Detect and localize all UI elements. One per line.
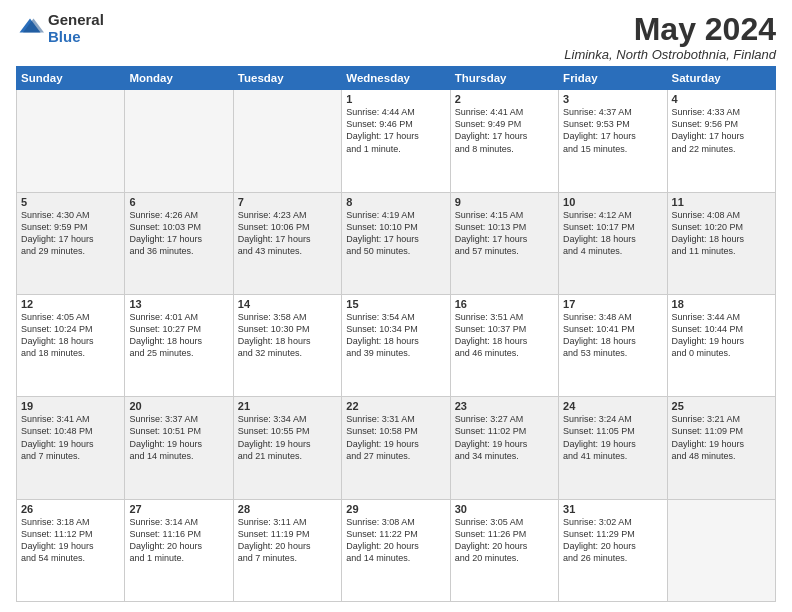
calendar-cell: 4Sunrise: 4:33 AMSunset: 9:56 PMDaylight… xyxy=(667,90,775,192)
day-number: 26 xyxy=(21,503,120,515)
calendar-cell: 15Sunrise: 3:54 AMSunset: 10:34 PMDaylig… xyxy=(342,294,450,396)
title-section: May 2024 Liminka, North Ostrobothnia, Fi… xyxy=(564,12,776,62)
day-number: 2 xyxy=(455,93,554,105)
calendar-cell: 18Sunrise: 3:44 AMSunset: 10:44 PMDaylig… xyxy=(667,294,775,396)
day-number: 27 xyxy=(129,503,228,515)
calendar-cell: 8Sunrise: 4:19 AMSunset: 10:10 PMDayligh… xyxy=(342,192,450,294)
calendar-cell: 30Sunrise: 3:05 AMSunset: 11:26 PMDaylig… xyxy=(450,499,558,601)
day-number: 14 xyxy=(238,298,337,310)
calendar-cell: 3Sunrise: 4:37 AMSunset: 9:53 PMDaylight… xyxy=(559,90,667,192)
week-row-4: 19Sunrise: 3:41 AMSunset: 10:48 PMDaylig… xyxy=(17,397,776,499)
day-number: 19 xyxy=(21,400,120,412)
day-number: 31 xyxy=(563,503,662,515)
calendar-table: Sunday Monday Tuesday Wednesday Thursday… xyxy=(16,66,776,602)
calendar-cell: 25Sunrise: 3:21 AMSunset: 11:09 PMDaylig… xyxy=(667,397,775,499)
calendar-cell: 16Sunrise: 3:51 AMSunset: 10:37 PMDaylig… xyxy=(450,294,558,396)
calendar-header-row: Sunday Monday Tuesday Wednesday Thursday… xyxy=(17,67,776,90)
day-info: Sunrise: 4:12 AMSunset: 10:17 PMDaylight… xyxy=(563,209,662,258)
location-subtitle: Liminka, North Ostrobothnia, Finland xyxy=(564,47,776,62)
day-number: 22 xyxy=(346,400,445,412)
week-row-1: 1Sunrise: 4:44 AMSunset: 9:46 PMDaylight… xyxy=(17,90,776,192)
day-info: Sunrise: 3:11 AMSunset: 11:19 PMDaylight… xyxy=(238,516,337,565)
header-friday: Friday xyxy=(559,67,667,90)
day-info: Sunrise: 3:48 AMSunset: 10:41 PMDaylight… xyxy=(563,311,662,360)
day-info: Sunrise: 4:44 AMSunset: 9:46 PMDaylight:… xyxy=(346,106,445,155)
calendar-cell xyxy=(667,499,775,601)
calendar-cell: 26Sunrise: 3:18 AMSunset: 11:12 PMDaylig… xyxy=(17,499,125,601)
day-number: 23 xyxy=(455,400,554,412)
day-info: Sunrise: 3:51 AMSunset: 10:37 PMDaylight… xyxy=(455,311,554,360)
day-info: Sunrise: 4:23 AMSunset: 10:06 PMDaylight… xyxy=(238,209,337,258)
calendar-cell: 23Sunrise: 3:27 AMSunset: 11:02 PMDaylig… xyxy=(450,397,558,499)
page: General Blue May 2024 Liminka, North Ost… xyxy=(0,0,792,612)
calendar-cell xyxy=(125,90,233,192)
day-info: Sunrise: 3:18 AMSunset: 11:12 PMDaylight… xyxy=(21,516,120,565)
day-info: Sunrise: 3:05 AMSunset: 11:26 PMDaylight… xyxy=(455,516,554,565)
day-number: 11 xyxy=(672,196,771,208)
calendar-cell: 11Sunrise: 4:08 AMSunset: 10:20 PMDaylig… xyxy=(667,192,775,294)
calendar-cell: 14Sunrise: 3:58 AMSunset: 10:30 PMDaylig… xyxy=(233,294,341,396)
calendar-cell: 9Sunrise: 4:15 AMSunset: 10:13 PMDayligh… xyxy=(450,192,558,294)
day-info: Sunrise: 3:02 AMSunset: 11:29 PMDaylight… xyxy=(563,516,662,565)
day-number: 16 xyxy=(455,298,554,310)
header-thursday: Thursday xyxy=(450,67,558,90)
day-info: Sunrise: 3:58 AMSunset: 10:30 PMDaylight… xyxy=(238,311,337,360)
day-info: Sunrise: 4:01 AMSunset: 10:27 PMDaylight… xyxy=(129,311,228,360)
calendar-cell: 21Sunrise: 3:34 AMSunset: 10:55 PMDaylig… xyxy=(233,397,341,499)
calendar-cell: 27Sunrise: 3:14 AMSunset: 11:16 PMDaylig… xyxy=(125,499,233,601)
day-info: Sunrise: 4:08 AMSunset: 10:20 PMDaylight… xyxy=(672,209,771,258)
calendar-cell: 17Sunrise: 3:48 AMSunset: 10:41 PMDaylig… xyxy=(559,294,667,396)
calendar-cell: 2Sunrise: 4:41 AMSunset: 9:49 PMDaylight… xyxy=(450,90,558,192)
day-number: 18 xyxy=(672,298,771,310)
day-info: Sunrise: 3:44 AMSunset: 10:44 PMDaylight… xyxy=(672,311,771,360)
day-number: 8 xyxy=(346,196,445,208)
day-info: Sunrise: 4:30 AMSunset: 9:59 PMDaylight:… xyxy=(21,209,120,258)
day-number: 10 xyxy=(563,196,662,208)
header-wednesday: Wednesday xyxy=(342,67,450,90)
day-number: 28 xyxy=(238,503,337,515)
day-info: Sunrise: 4:37 AMSunset: 9:53 PMDaylight:… xyxy=(563,106,662,155)
calendar-cell: 20Sunrise: 3:37 AMSunset: 10:51 PMDaylig… xyxy=(125,397,233,499)
day-info: Sunrise: 4:41 AMSunset: 9:49 PMDaylight:… xyxy=(455,106,554,155)
day-number: 29 xyxy=(346,503,445,515)
calendar-cell: 12Sunrise: 4:05 AMSunset: 10:24 PMDaylig… xyxy=(17,294,125,396)
day-number: 12 xyxy=(21,298,120,310)
day-number: 5 xyxy=(21,196,120,208)
logo-general: General xyxy=(48,12,104,29)
calendar-cell: 1Sunrise: 4:44 AMSunset: 9:46 PMDaylight… xyxy=(342,90,450,192)
day-number: 30 xyxy=(455,503,554,515)
day-info: Sunrise: 3:31 AMSunset: 10:58 PMDaylight… xyxy=(346,413,445,462)
logo-text: General Blue xyxy=(48,12,104,45)
header-monday: Monday xyxy=(125,67,233,90)
day-info: Sunrise: 3:27 AMSunset: 11:02 PMDaylight… xyxy=(455,413,554,462)
header-sunday: Sunday xyxy=(17,67,125,90)
week-row-3: 12Sunrise: 4:05 AMSunset: 10:24 PMDaylig… xyxy=(17,294,776,396)
header: General Blue May 2024 Liminka, North Ost… xyxy=(16,12,776,62)
logo-blue: Blue xyxy=(48,29,104,46)
week-row-2: 5Sunrise: 4:30 AMSunset: 9:59 PMDaylight… xyxy=(17,192,776,294)
day-number: 15 xyxy=(346,298,445,310)
day-info: Sunrise: 3:08 AMSunset: 11:22 PMDaylight… xyxy=(346,516,445,565)
header-tuesday: Tuesday xyxy=(233,67,341,90)
calendar-cell: 5Sunrise: 4:30 AMSunset: 9:59 PMDaylight… xyxy=(17,192,125,294)
day-info: Sunrise: 3:34 AMSunset: 10:55 PMDaylight… xyxy=(238,413,337,462)
day-info: Sunrise: 3:41 AMSunset: 10:48 PMDaylight… xyxy=(21,413,120,462)
day-number: 25 xyxy=(672,400,771,412)
day-number: 17 xyxy=(563,298,662,310)
day-info: Sunrise: 4:15 AMSunset: 10:13 PMDaylight… xyxy=(455,209,554,258)
day-info: Sunrise: 4:05 AMSunset: 10:24 PMDaylight… xyxy=(21,311,120,360)
day-number: 21 xyxy=(238,400,337,412)
calendar-cell: 19Sunrise: 3:41 AMSunset: 10:48 PMDaylig… xyxy=(17,397,125,499)
day-number: 20 xyxy=(129,400,228,412)
calendar-cell: 13Sunrise: 4:01 AMSunset: 10:27 PMDaylig… xyxy=(125,294,233,396)
day-number: 7 xyxy=(238,196,337,208)
day-info: Sunrise: 4:19 AMSunset: 10:10 PMDaylight… xyxy=(346,209,445,258)
day-info: Sunrise: 3:24 AMSunset: 11:05 PMDaylight… xyxy=(563,413,662,462)
month-year-title: May 2024 xyxy=(564,12,776,47)
calendar-cell: 6Sunrise: 4:26 AMSunset: 10:03 PMDayligh… xyxy=(125,192,233,294)
week-row-5: 26Sunrise: 3:18 AMSunset: 11:12 PMDaylig… xyxy=(17,499,776,601)
day-number: 4 xyxy=(672,93,771,105)
day-info: Sunrise: 3:54 AMSunset: 10:34 PMDaylight… xyxy=(346,311,445,360)
logo: General Blue xyxy=(16,12,104,45)
calendar-cell xyxy=(233,90,341,192)
